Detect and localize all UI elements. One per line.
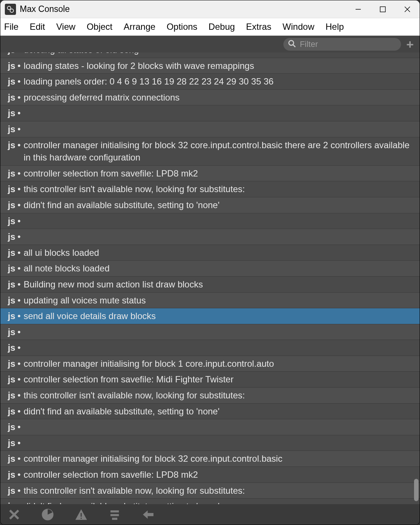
menu-window[interactable]: Window xyxy=(283,22,314,32)
filter-input[interactable] xyxy=(300,39,402,49)
row-source: js xyxy=(8,107,15,120)
row-message: all ui blocks loaded xyxy=(23,246,413,259)
bullet-icon: • xyxy=(18,326,20,338)
console-row[interactable]: js•Building new mod sum action list draw… xyxy=(0,277,420,293)
warning-button[interactable] xyxy=(75,508,88,521)
row-source: js xyxy=(8,278,15,291)
row-message: this controller isn't available now, loo… xyxy=(23,183,413,195)
row-message: send all voice details draw blocks xyxy=(23,310,413,322)
row-source: js xyxy=(8,230,15,243)
scrollbar-thumb[interactable] xyxy=(414,479,419,501)
maximize-button[interactable] xyxy=(370,0,395,18)
svg-point-6 xyxy=(289,40,294,45)
bullet-icon: • xyxy=(18,421,20,433)
bullet-icon: • xyxy=(18,452,20,465)
row-source: js xyxy=(8,199,15,211)
console-row[interactable]: js•loading panels order: 0 4 6 9 13 16 1… xyxy=(0,74,420,90)
console-row[interactable]: js•this controller isn't available now, … xyxy=(0,181,420,197)
console-row[interactable]: js• xyxy=(0,121,420,137)
row-source: js xyxy=(8,452,15,465)
bullet-icon: • xyxy=(18,139,20,152)
menu-debug[interactable]: Debug xyxy=(209,22,235,32)
console-row[interactable]: js•this controller isn't available now, … xyxy=(0,483,420,499)
console-row[interactable]: js• xyxy=(0,105,420,121)
row-source: js xyxy=(8,373,15,386)
row-message: controller manager initialising for bloc… xyxy=(23,357,413,370)
console-row[interactable]: js•controller manager initialising for b… xyxy=(0,451,420,467)
console-row[interactable]: js• xyxy=(0,229,420,245)
svg-rect-11 xyxy=(81,513,82,516)
console-row[interactable]: js• xyxy=(0,419,420,435)
bullet-icon: • xyxy=(18,230,20,243)
console-row[interactable]: js•controller selection from savefile: L… xyxy=(0,166,420,182)
bullet-icon: • xyxy=(18,341,20,354)
row-source: js xyxy=(8,421,15,433)
menu-help[interactable]: Help xyxy=(325,22,344,32)
row-source: js xyxy=(8,139,15,152)
svg-rect-14 xyxy=(111,514,119,516)
console-row[interactable]: js•didn't find an available substitute, … xyxy=(0,404,420,420)
row-source: js xyxy=(8,500,15,504)
list-button[interactable] xyxy=(108,508,121,521)
row-source: js xyxy=(8,246,15,259)
clear-button[interactable] xyxy=(8,508,20,521)
bottom-toolbar xyxy=(0,504,420,525)
console-row[interactable]: js•processing deferred matrix connection… xyxy=(0,90,420,106)
row-source: js xyxy=(8,167,15,180)
console-row[interactable]: js•controller manager initialising for b… xyxy=(0,356,420,372)
console-row[interactable]: js•all note blocks loaded xyxy=(0,261,420,277)
row-source: js xyxy=(8,484,15,497)
back-button[interactable] xyxy=(142,508,155,521)
bullet-icon: • xyxy=(18,123,20,136)
console-row[interactable]: js•didn't find an available substitute, … xyxy=(0,499,420,504)
add-button[interactable]: + xyxy=(406,38,414,51)
console-row[interactable]: js• xyxy=(0,213,420,229)
row-source: js xyxy=(8,183,15,195)
console-row[interactable]: js•controller selection from savefile: M… xyxy=(0,372,420,388)
menu-extras[interactable]: Extras xyxy=(246,22,271,32)
minimize-button[interactable] xyxy=(346,0,370,18)
menu-file[interactable]: File xyxy=(4,22,19,32)
app-icon xyxy=(5,4,16,15)
filter-bar: + xyxy=(0,36,420,52)
console-row[interactable]: js•controller selection from savefile: L… xyxy=(0,467,420,483)
row-source: js xyxy=(8,389,15,402)
console-row[interactable]: js• xyxy=(0,324,420,340)
filter-field-wrap[interactable] xyxy=(283,38,401,51)
menu-view[interactable]: View xyxy=(56,22,76,32)
menu-object[interactable]: Object xyxy=(87,22,112,32)
row-message: controller selection from savefile: LPD8… xyxy=(23,167,413,180)
console-row[interactable]: js•deleting all states of old song xyxy=(0,52,420,58)
console-row[interactable]: js• xyxy=(0,340,420,356)
bullet-icon: • xyxy=(18,91,20,104)
console-row[interactable]: js•send all voice details draw blocks xyxy=(0,308,420,324)
row-message: Building new mod sum action list draw bl… xyxy=(23,278,413,291)
row-source: js xyxy=(8,326,15,338)
window-controls xyxy=(346,0,420,18)
bullet-icon: • xyxy=(18,183,20,195)
console-row[interactable]: js•updating all voices mute status xyxy=(0,293,420,309)
window-title: Max Console xyxy=(20,4,346,14)
console-row[interactable]: js•loading states - looking for 2 blocks… xyxy=(0,58,420,74)
row-message: deleting all states of old song xyxy=(23,52,413,56)
row-message: processing deferred matrix connections xyxy=(23,91,413,104)
row-message: didn't find an available substitute, set… xyxy=(23,500,413,504)
console-row[interactable]: js•didn't find an available substitute, … xyxy=(0,197,420,213)
history-button[interactable] xyxy=(41,508,54,521)
bullet-icon: • xyxy=(18,437,20,449)
row-source: js xyxy=(8,123,15,136)
svg-point-1 xyxy=(10,9,13,12)
close-button[interactable] xyxy=(395,0,420,18)
row-message: loading panels order: 0 4 6 9 13 16 19 2… xyxy=(23,75,413,88)
console-row[interactable]: js• xyxy=(0,435,420,451)
row-source: js xyxy=(8,405,15,418)
menu-options[interactable]: Options xyxy=(166,22,197,32)
search-icon xyxy=(288,39,296,49)
console-row[interactable]: js•this controller isn't available now, … xyxy=(0,388,420,404)
bullet-icon: • xyxy=(18,357,20,370)
console-row[interactable]: js•all ui blocks loaded xyxy=(0,245,420,261)
menu-edit[interactable]: Edit xyxy=(30,22,45,32)
menu-arrange[interactable]: Arrange xyxy=(124,22,155,32)
svg-point-0 xyxy=(7,6,11,9)
console-row[interactable]: js•controller manager initialising for b… xyxy=(0,137,420,166)
